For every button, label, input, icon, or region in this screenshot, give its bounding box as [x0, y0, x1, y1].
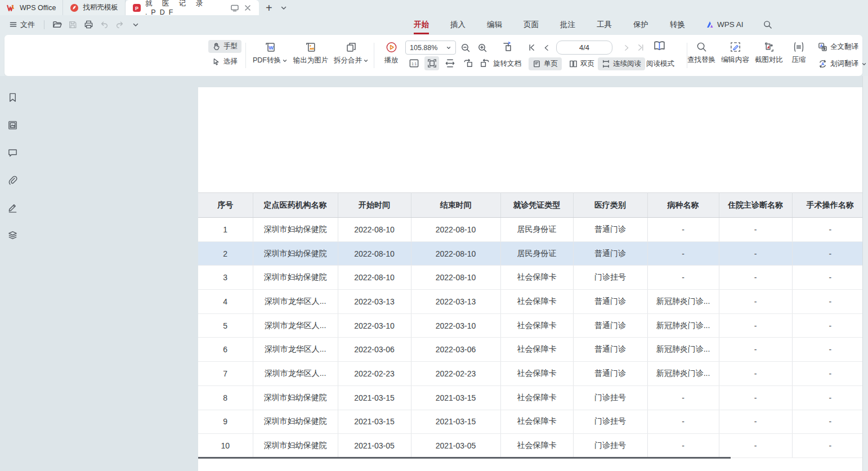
table-cell: -	[647, 266, 719, 290]
thumbnails-panel-button[interactable]	[5, 118, 20, 132]
fit-page-button[interactable]	[424, 56, 439, 70]
hamburger-icon	[9, 20, 17, 29]
new-tab-button[interactable]: +	[266, 2, 272, 14]
table-row: 9深圳市妇幼保健院2021-03-152021-03-15社会保障卡门诊挂号--…	[198, 410, 868, 434]
tab-list-chevron-icon[interactable]	[280, 5, 287, 11]
prev-page-button[interactable]	[539, 41, 554, 55]
first-page-button[interactable]	[524, 41, 539, 55]
table-cell: 新冠肺炎门诊...	[647, 313, 719, 338]
screenshot-compare-button[interactable]: 截图对比	[755, 41, 783, 65]
table-cell: -	[792, 410, 868, 434]
tab-wps-label: WPS Office	[20, 4, 56, 12]
tab-docer-label: 找稻壳模板	[83, 3, 118, 12]
menu-insert[interactable]: 插入	[449, 17, 467, 32]
col-header: 手术操作名称	[792, 193, 868, 218]
table-body: 1深圳市妇幼保健院2022-08-102022-08-10居民身份证普通门诊--…	[198, 218, 868, 458]
table-row: 8深圳市妇幼保健院2021-03-152021-03-15社会保障卡门诊挂号--…	[198, 385, 868, 410]
zoom-in-button[interactable]	[475, 41, 490, 55]
sign-panel-button[interactable]	[5, 200, 20, 215]
search-icon[interactable]	[763, 20, 772, 29]
monitor-icon[interactable]	[230, 3, 239, 12]
fit-width-button[interactable]	[442, 56, 457, 70]
col-header: 住院主诊断名称	[719, 193, 792, 218]
split-merge-button[interactable]: 拆分合并	[334, 41, 369, 65]
col-header: 医疗类别	[573, 193, 647, 218]
table-cell: 社会保障卡	[500, 290, 573, 314]
page-indicator-field[interactable]	[556, 41, 612, 55]
next-page-button[interactable]	[619, 41, 634, 55]
table-cell: 新冠肺炎门诊...	[647, 362, 719, 386]
table-cell: -	[792, 266, 868, 290]
bookmarks-panel-button[interactable]	[5, 90, 20, 105]
tab-wps-office[interactable]: WPS Office	[0, 0, 63, 15]
table-cell: 深圳市妇幼保健院	[253, 241, 338, 266]
table-cell: 普通门诊	[573, 362, 647, 386]
rotate-pages-button[interactable]	[500, 39, 514, 53]
rotate-right-button[interactable]	[477, 56, 492, 70]
menu-tabs: 开始 插入 编辑 页面 批注 工具 保护 转换 WPS AI	[413, 15, 772, 34]
redo-button[interactable]	[113, 18, 127, 32]
wps-ai-icon	[705, 20, 714, 29]
menu-home[interactable]: 开始	[413, 17, 430, 32]
save-button[interactable]	[66, 18, 79, 32]
quickbar-chevron-icon[interactable]	[129, 18, 142, 32]
menu-tools[interactable]: 工具	[596, 17, 613, 32]
find-replace-button[interactable]: 查找替换	[687, 41, 715, 65]
compress-button[interactable]: 压缩	[792, 41, 806, 65]
open-file-button[interactable]	[50, 18, 64, 32]
table-cell: 社会保障卡	[500, 410, 573, 434]
actual-size-button[interactable]: 1:1	[406, 56, 421, 70]
edit-content-button[interactable]: 编辑内容	[721, 41, 749, 65]
tab-document[interactable]: P 就 医 记 录 .PDF	[126, 0, 259, 15]
chevron-down-icon	[446, 45, 451, 51]
menu-comment[interactable]: 批注	[559, 17, 576, 32]
zoom-out-button[interactable]	[458, 41, 473, 55]
hand-tool-button[interactable]: 手型	[208, 40, 241, 53]
table-cell: 2021-03-15	[338, 385, 411, 410]
tab-docer[interactable]: 找稻壳模板	[63, 0, 126, 15]
rotate-doc-label[interactable]: 旋转文档	[493, 59, 521, 69]
pdf-convert-button[interactable]: W PDF转换	[253, 41, 288, 65]
rotate-left-button[interactable]	[460, 56, 475, 70]
attachments-panel-button[interactable]	[5, 173, 20, 187]
comments-panel-button[interactable]	[5, 145, 20, 160]
table-row: 10深圳市妇幼保健院2021-03-052021-03-05社会保障卡门诊挂号-…	[198, 434, 868, 458]
table-cell: 2022-08-10	[411, 266, 500, 290]
pdf-page[interactable]: 序号 定点医药机构名称 开始时间 结束时间 就诊凭证类型 医疗类别 病种名称 住…	[198, 87, 868, 471]
export-image-button[interactable]: 输出为图片	[293, 41, 329, 65]
word-translate-button[interactable]: A 划词翻译	[814, 57, 868, 70]
close-tab-icon[interactable]	[243, 3, 252, 12]
vertical-scrollbar[interactable]	[862, 76, 868, 471]
print-button[interactable]	[82, 18, 95, 32]
screenshot-compare-label: 截图对比	[755, 55, 783, 65]
single-page-button[interactable]: 单页	[529, 57, 562, 70]
wps-ai-button[interactable]: WPS AI	[705, 20, 744, 29]
read-mode-label[interactable]: 阅读模式	[646, 59, 674, 69]
table-cell: -	[792, 241, 868, 266]
continuous-read-button[interactable]: 连续阅读	[598, 57, 645, 70]
last-page-button[interactable]	[633, 41, 648, 55]
menu-protect[interactable]: 保护	[632, 17, 650, 32]
col-header: 就诊凭证类型	[500, 193, 573, 218]
play-button[interactable]: 播放	[384, 41, 399, 65]
table-cell: 8	[198, 385, 253, 410]
table-cell: 门诊挂号	[573, 266, 647, 290]
select-tool-button[interactable]: 选择	[208, 55, 241, 68]
menu-edit[interactable]: 编辑	[486, 17, 503, 32]
zoom-level-dropdown[interactable]: 105.88%	[405, 41, 456, 55]
tab-document-title: 就 医 记 录 .PDF	[145, 0, 222, 16]
table-row: 6深圳市龙华区人...2022-03-062022-03-06社会保障卡普通门诊…	[198, 338, 868, 362]
menu-page[interactable]: 页面	[522, 17, 540, 32]
table-row: 2深圳市妇幼保健院2022-08-102022-08-10居民身份证普通门诊--…	[198, 241, 868, 266]
table-cell: -	[647, 410, 719, 434]
col-header: 病种名称	[647, 193, 719, 218]
table-row: 4深圳市龙华区人...2022-03-132022-03-13社会保障卡普通门诊…	[198, 290, 868, 314]
table-cell: -	[719, 410, 792, 434]
menu-convert[interactable]: 转换	[669, 17, 686, 32]
layers-panel-button[interactable]	[5, 228, 20, 243]
undo-button[interactable]	[97, 18, 111, 32]
full-translate-button[interactable]: A 全文翻译	[814, 41, 862, 53]
file-menu-button[interactable]: 文件	[6, 18, 38, 32]
export-image-label: 输出为图片	[293, 56, 329, 65]
table-cell: 居民身份证	[500, 218, 573, 242]
